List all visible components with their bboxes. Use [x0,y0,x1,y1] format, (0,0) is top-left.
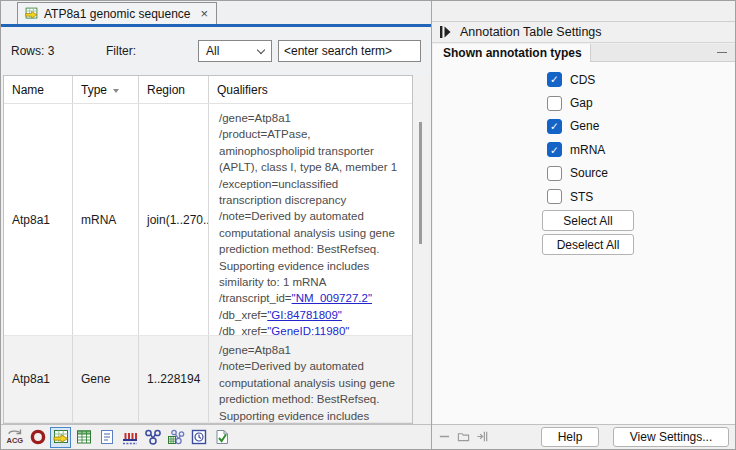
view-mode-bar: ACG [1,424,431,449]
annotation-table-icon [24,6,39,21]
cell-name: Atp8a1 [4,336,73,422]
sort-descending-icon [113,89,119,93]
cell-name: Atp8a1 [4,104,73,335]
checkbox-label: STS [570,190,593,204]
element-info-view-icon[interactable] [188,427,209,448]
svg-text:ACG: ACG [6,436,23,445]
filter-dropdown[interactable]: All [198,40,272,62]
qualifier-entry: /exception=unclassified transcription di… [219,176,404,209]
annotation-type-source[interactable]: Source [547,162,736,185]
side-panel-footer-icons [438,430,489,443]
side-panel-header: Annotation Table Settings [432,21,736,43]
filter-label: Filter: [106,44,136,58]
qualifier-entry: /note=Derived by automated computational… [219,358,404,423]
checkbox-label: Source [570,166,608,180]
side-panel-title: Annotation Table Settings [460,25,602,39]
qualifier-entry: /db_xref="GI:84781809" [219,307,404,323]
help-button[interactable]: Help [541,427,599,447]
collapse-panel-icon[interactable] [440,26,451,38]
graph-view-icon[interactable] [119,427,140,448]
circular-view-icon[interactable] [27,427,48,448]
annotation-type-gene[interactable]: Gene [547,115,736,138]
table-body: Atp8a1 mRNA join(1..270... /gene=Atp8a1/… [4,104,412,423]
table-header-row: Name Type Region Qualifiers [4,76,412,104]
qualifier-link[interactable]: "NM_009727.2" [292,292,372,304]
secondary-structure-view-icon[interactable] [142,427,163,448]
structure-grid-view-icon[interactable] [165,427,186,448]
checkbox [547,72,562,87]
cell-region: 1..228194 [139,336,209,422]
cell-qualifiers: /gene=Atp8a1/note=Derived by automated c… [209,336,412,422]
annotation-types-group-header: Shown annotation types [433,44,736,62]
annotation-types-group-tab[interactable]: Shown annotation types [433,44,591,62]
chevron-down-icon [257,45,265,53]
column-header-type[interactable]: Type [73,76,139,103]
checkbox [547,142,562,157]
deselect-all-button[interactable]: Deselect All [542,234,634,255]
tab-bar: ATP8a1 genomic sequence × [1,1,431,24]
annotation-type-mrna[interactable]: mRNA [547,138,736,161]
tab-title: ATP8a1 genomic sequence [44,7,191,21]
column-header-region[interactable]: Region [139,76,209,103]
qualifier-entry: /transcript_id="NM_009727.2" [219,290,404,306]
table-row[interactable]: Atp8a1 Gene 1..228194 /gene=Atp8a1/note=… [4,336,412,423]
checkbox [547,166,562,181]
annotation-type-gap[interactable]: Gap [547,91,736,114]
annotation-table: Name Type Region Qualifiers Atp8a1 mRNA … [3,75,413,424]
close-icon[interactable]: × [201,7,209,20]
side-panel: Annotation Table Settings Shown annotati… [431,1,736,449]
view-settings-button[interactable]: View Settings... [613,427,729,447]
table-view-icon[interactable] [73,427,94,448]
table-row[interactable]: Atp8a1 mRNA join(1..270... /gene=Atp8a1/… [4,104,412,336]
side-panel-footer: Help View Settings... [432,424,736,449]
search-input[interactable] [278,40,421,62]
checkbox-label: CDS [570,73,595,87]
history-view-icon[interactable] [211,427,232,448]
checkbox [547,119,562,134]
app-window: ATP8a1 genomic sequence × Rows: 3 Filter… [0,0,736,450]
qualifier-entry: /gene=Atp8a1 [219,110,404,126]
text-view-icon[interactable] [96,427,117,448]
qualifier-entry: /note=Derived by automated computational… [219,208,404,290]
minimize-groups-icon[interactable] [438,430,451,443]
float-panel-icon[interactable] [457,430,470,443]
cell-region: join(1..270... [139,104,209,335]
editor-pane: ATP8a1 genomic sequence × Rows: 3 Filter… [1,1,431,449]
checkbox-label: mRNA [570,143,605,157]
dock-panel-icon[interactable] [476,430,489,443]
checkbox-label: Gene [570,119,599,133]
cell-type: Gene [73,336,139,422]
tab-atp8a1-genomic-sequence[interactable]: ATP8a1 genomic sequence × [17,2,217,24]
column-header-qualifiers[interactable]: Qualifiers [209,76,412,103]
annotation-type-list: CDS Gap Gene mRNA Source STS [433,68,736,208]
select-all-button[interactable]: Select All [542,210,634,231]
checkbox [547,96,562,111]
annotation-table-view-icon[interactable] [50,427,71,448]
vertical-scrollbar[interactable] [413,75,428,424]
scrollbar-thumb[interactable] [419,122,422,244]
table-toolbar: Rows: 3 Filter: All [1,27,431,75]
qualifier-link[interactable]: "GI:84781809" [267,309,342,321]
annotation-type-sts[interactable]: STS [547,185,736,208]
column-header-name[interactable]: Name [4,76,73,103]
qualifier-entry: /gene=Atp8a1 [219,342,404,358]
cell-qualifiers: /gene=Atp8a1/product=ATPase, aminophosph… [209,104,412,335]
annotation-types-group: CDS Gap Gene mRNA Source STS Select All … [433,62,736,424]
checkbox-label: Gap [570,96,593,110]
collapse-group-icon[interactable] [717,52,727,54]
qualifier-entry: /product=ATPase, aminophospholipid trans… [219,126,404,175]
checkbox [547,189,562,204]
annotation-type-cds[interactable]: CDS [547,68,736,91]
rows-count-label: Rows: 3 [11,44,54,58]
cell-type: mRNA [73,104,139,335]
filter-dropdown-value: All [206,44,219,58]
sequence-view-icon[interactable]: ACG [4,427,25,448]
